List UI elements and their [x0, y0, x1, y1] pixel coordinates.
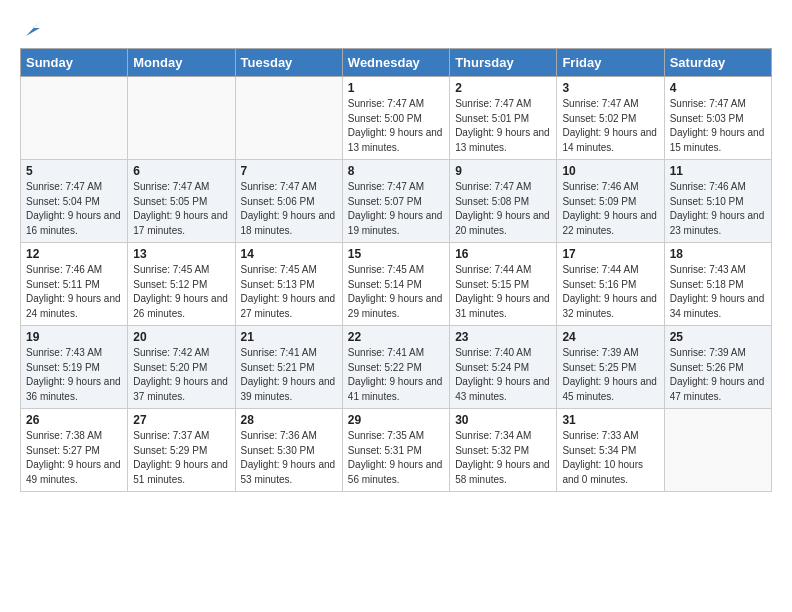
day-number: 4 [670, 81, 766, 95]
day-number: 18 [670, 247, 766, 261]
calendar-header-sunday: Sunday [21, 49, 128, 77]
calendar-week-row: 26Sunrise: 7:38 AM Sunset: 5:27 PM Dayli… [21, 409, 772, 492]
day-number: 5 [26, 164, 122, 178]
logo [20, 18, 44, 38]
day-number: 21 [241, 330, 337, 344]
day-info: Sunrise: 7:47 AM Sunset: 5:01 PM Dayligh… [455, 97, 551, 155]
calendar-cell: 16Sunrise: 7:44 AM Sunset: 5:15 PM Dayli… [450, 243, 557, 326]
calendar-header-friday: Friday [557, 49, 664, 77]
day-info: Sunrise: 7:42 AM Sunset: 5:20 PM Dayligh… [133, 346, 229, 404]
day-number: 14 [241, 247, 337, 261]
day-number: 9 [455, 164, 551, 178]
day-number: 24 [562, 330, 658, 344]
calendar-cell [664, 409, 771, 492]
day-number: 16 [455, 247, 551, 261]
day-number: 8 [348, 164, 444, 178]
calendar-cell [235, 77, 342, 160]
day-number: 23 [455, 330, 551, 344]
day-info: Sunrise: 7:34 AM Sunset: 5:32 PM Dayligh… [455, 429, 551, 487]
header [20, 18, 772, 38]
day-info: Sunrise: 7:41 AM Sunset: 5:21 PM Dayligh… [241, 346, 337, 404]
day-info: Sunrise: 7:35 AM Sunset: 5:31 PM Dayligh… [348, 429, 444, 487]
day-number: 31 [562, 413, 658, 427]
day-number: 2 [455, 81, 551, 95]
calendar-header-monday: Monday [128, 49, 235, 77]
day-info: Sunrise: 7:47 AM Sunset: 5:07 PM Dayligh… [348, 180, 444, 238]
day-number: 15 [348, 247, 444, 261]
day-info: Sunrise: 7:40 AM Sunset: 5:24 PM Dayligh… [455, 346, 551, 404]
day-number: 12 [26, 247, 122, 261]
calendar-cell: 23Sunrise: 7:40 AM Sunset: 5:24 PM Dayli… [450, 326, 557, 409]
day-number: 10 [562, 164, 658, 178]
calendar-cell: 26Sunrise: 7:38 AM Sunset: 5:27 PM Dayli… [21, 409, 128, 492]
day-number: 11 [670, 164, 766, 178]
calendar-header-saturday: Saturday [664, 49, 771, 77]
calendar-cell: 22Sunrise: 7:41 AM Sunset: 5:22 PM Dayli… [342, 326, 449, 409]
calendar-cell: 29Sunrise: 7:35 AM Sunset: 5:31 PM Dayli… [342, 409, 449, 492]
calendar-cell: 24Sunrise: 7:39 AM Sunset: 5:25 PM Dayli… [557, 326, 664, 409]
logo-icon [22, 18, 44, 40]
day-number: 20 [133, 330, 229, 344]
day-number: 25 [670, 330, 766, 344]
day-number: 29 [348, 413, 444, 427]
day-number: 1 [348, 81, 444, 95]
calendar-cell: 13Sunrise: 7:45 AM Sunset: 5:12 PM Dayli… [128, 243, 235, 326]
calendar-cell: 25Sunrise: 7:39 AM Sunset: 5:26 PM Dayli… [664, 326, 771, 409]
day-info: Sunrise: 7:47 AM Sunset: 5:03 PM Dayligh… [670, 97, 766, 155]
day-info: Sunrise: 7:47 AM Sunset: 5:06 PM Dayligh… [241, 180, 337, 238]
calendar-header-thursday: Thursday [450, 49, 557, 77]
day-number: 27 [133, 413, 229, 427]
calendar-header-tuesday: Tuesday [235, 49, 342, 77]
calendar-cell: 1Sunrise: 7:47 AM Sunset: 5:00 PM Daylig… [342, 77, 449, 160]
calendar-week-row: 1Sunrise: 7:47 AM Sunset: 5:00 PM Daylig… [21, 77, 772, 160]
day-number: 26 [26, 413, 122, 427]
day-info: Sunrise: 7:47 AM Sunset: 5:02 PM Dayligh… [562, 97, 658, 155]
calendar-cell: 27Sunrise: 7:37 AM Sunset: 5:29 PM Dayli… [128, 409, 235, 492]
day-info: Sunrise: 7:47 AM Sunset: 5:04 PM Dayligh… [26, 180, 122, 238]
calendar-header-row: SundayMondayTuesdayWednesdayThursdayFrid… [21, 49, 772, 77]
day-info: Sunrise: 7:43 AM Sunset: 5:18 PM Dayligh… [670, 263, 766, 321]
day-number: 22 [348, 330, 444, 344]
calendar-cell: 18Sunrise: 7:43 AM Sunset: 5:18 PM Dayli… [664, 243, 771, 326]
day-info: Sunrise: 7:45 AM Sunset: 5:13 PM Dayligh… [241, 263, 337, 321]
day-info: Sunrise: 7:46 AM Sunset: 5:09 PM Dayligh… [562, 180, 658, 238]
day-number: 13 [133, 247, 229, 261]
calendar-week-row: 5Sunrise: 7:47 AM Sunset: 5:04 PM Daylig… [21, 160, 772, 243]
day-info: Sunrise: 7:47 AM Sunset: 5:08 PM Dayligh… [455, 180, 551, 238]
day-info: Sunrise: 7:37 AM Sunset: 5:29 PM Dayligh… [133, 429, 229, 487]
calendar-cell: 17Sunrise: 7:44 AM Sunset: 5:16 PM Dayli… [557, 243, 664, 326]
day-number: 17 [562, 247, 658, 261]
day-info: Sunrise: 7:47 AM Sunset: 5:00 PM Dayligh… [348, 97, 444, 155]
day-info: Sunrise: 7:44 AM Sunset: 5:15 PM Dayligh… [455, 263, 551, 321]
calendar-header-wednesday: Wednesday [342, 49, 449, 77]
calendar-cell: 3Sunrise: 7:47 AM Sunset: 5:02 PM Daylig… [557, 77, 664, 160]
day-info: Sunrise: 7:39 AM Sunset: 5:26 PM Dayligh… [670, 346, 766, 404]
day-number: 28 [241, 413, 337, 427]
calendar-cell: 19Sunrise: 7:43 AM Sunset: 5:19 PM Dayli… [21, 326, 128, 409]
calendar-cell: 8Sunrise: 7:47 AM Sunset: 5:07 PM Daylig… [342, 160, 449, 243]
day-info: Sunrise: 7:46 AM Sunset: 5:10 PM Dayligh… [670, 180, 766, 238]
calendar-cell: 30Sunrise: 7:34 AM Sunset: 5:32 PM Dayli… [450, 409, 557, 492]
day-number: 7 [241, 164, 337, 178]
calendar: SundayMondayTuesdayWednesdayThursdayFrid… [20, 48, 772, 492]
day-info: Sunrise: 7:41 AM Sunset: 5:22 PM Dayligh… [348, 346, 444, 404]
calendar-cell: 5Sunrise: 7:47 AM Sunset: 5:04 PM Daylig… [21, 160, 128, 243]
day-number: 30 [455, 413, 551, 427]
calendar-cell: 21Sunrise: 7:41 AM Sunset: 5:21 PM Dayli… [235, 326, 342, 409]
day-info: Sunrise: 7:46 AM Sunset: 5:11 PM Dayligh… [26, 263, 122, 321]
calendar-cell: 15Sunrise: 7:45 AM Sunset: 5:14 PM Dayli… [342, 243, 449, 326]
day-number: 19 [26, 330, 122, 344]
calendar-week-row: 12Sunrise: 7:46 AM Sunset: 5:11 PM Dayli… [21, 243, 772, 326]
calendar-cell: 14Sunrise: 7:45 AM Sunset: 5:13 PM Dayli… [235, 243, 342, 326]
calendar-cell: 20Sunrise: 7:42 AM Sunset: 5:20 PM Dayli… [128, 326, 235, 409]
calendar-cell: 2Sunrise: 7:47 AM Sunset: 5:01 PM Daylig… [450, 77, 557, 160]
day-info: Sunrise: 7:45 AM Sunset: 5:14 PM Dayligh… [348, 263, 444, 321]
calendar-cell: 7Sunrise: 7:47 AM Sunset: 5:06 PM Daylig… [235, 160, 342, 243]
day-number: 6 [133, 164, 229, 178]
day-info: Sunrise: 7:36 AM Sunset: 5:30 PM Dayligh… [241, 429, 337, 487]
calendar-cell: 10Sunrise: 7:46 AM Sunset: 5:09 PM Dayli… [557, 160, 664, 243]
day-info: Sunrise: 7:33 AM Sunset: 5:34 PM Dayligh… [562, 429, 658, 487]
day-info: Sunrise: 7:39 AM Sunset: 5:25 PM Dayligh… [562, 346, 658, 404]
day-number: 3 [562, 81, 658, 95]
calendar-cell: 31Sunrise: 7:33 AM Sunset: 5:34 PM Dayli… [557, 409, 664, 492]
